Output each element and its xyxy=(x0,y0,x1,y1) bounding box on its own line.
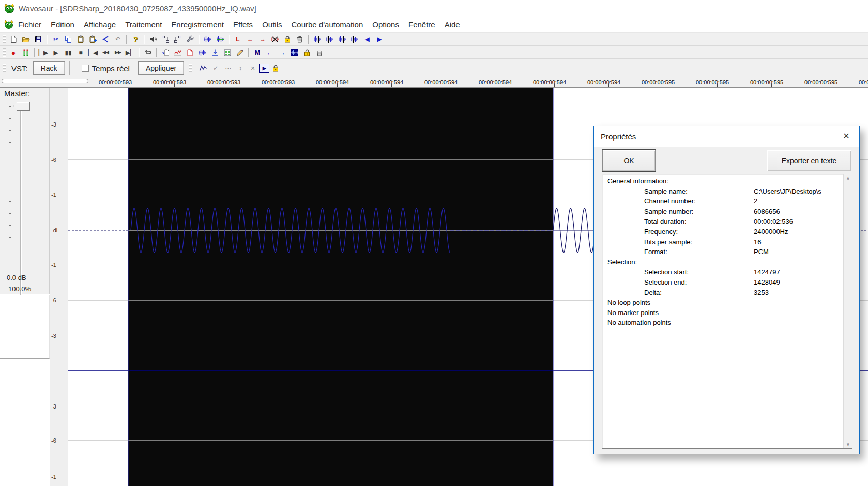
automation-play-button[interactable]: ▶ xyxy=(259,64,269,73)
interpolate-button[interactable] xyxy=(209,47,221,58)
paste-special-button[interactable] xyxy=(87,34,99,44)
loop-mode-button[interactable] xyxy=(142,47,154,58)
paste-button[interactable] xyxy=(74,34,87,44)
spectral-doc-button[interactable] xyxy=(184,47,196,58)
zoom-selection-button[interactable] xyxy=(311,34,324,44)
help-button[interactable]: ? xyxy=(129,34,142,44)
open-file-button[interactable] xyxy=(20,34,32,44)
crop-selection-button[interactable] xyxy=(99,34,112,44)
dialog-title-bar[interactable]: Propriétés xyxy=(594,126,859,147)
vst-rack-button[interactable]: Rack xyxy=(33,61,65,75)
close-icon[interactable]: ✕ xyxy=(839,129,854,143)
info-row: Sample number:6086656 xyxy=(602,208,837,218)
vst-routing-button[interactable] xyxy=(159,34,172,44)
insert-doc-icon xyxy=(161,49,170,57)
zoom-out-button[interactable] xyxy=(336,34,348,44)
loop-point-left-button[interactable]: ← xyxy=(244,34,256,44)
play-button[interactable]: ▶ xyxy=(50,47,62,58)
menu-enregistrement[interactable]: Enregistrement xyxy=(166,18,229,31)
go-to-end-button[interactable]: ▶▏ xyxy=(124,47,136,58)
marker-delete-button[interactable] xyxy=(313,47,326,58)
paste-wave-button[interactable] xyxy=(202,34,214,44)
menu-aide[interactable]: Aide xyxy=(440,18,465,31)
undo-icon: ↶ xyxy=(115,36,120,42)
sample-table-button[interactable] xyxy=(221,47,234,58)
scroll-down-icon[interactable]: ∨ xyxy=(844,440,852,448)
timeline-ruler[interactable]: 00:00:00:593 00:00:00:593 00:00:00:593 0… xyxy=(0,77,868,88)
marker-set-button[interactable]: M xyxy=(251,47,264,58)
menu-courbe-automation[interactable]: Courbe d'automation xyxy=(286,18,368,31)
insert-file-button[interactable] xyxy=(159,47,172,58)
menu-fichier[interactable]: Fichier xyxy=(13,18,46,31)
loop-points-clear-button[interactable] xyxy=(269,34,281,44)
vst-routing-alt-button[interactable] xyxy=(172,34,184,44)
menu-edition[interactable]: Edition xyxy=(46,18,79,31)
copy-wave-button[interactable] xyxy=(214,34,226,44)
automation-scale-button[interactable]: ↕ xyxy=(234,63,247,74)
marker-next-button[interactable]: → xyxy=(276,47,288,58)
routing-icon xyxy=(161,35,170,43)
stop-button[interactable]: ■ xyxy=(74,47,87,58)
go-to-start-button[interactable]: ▏◀ xyxy=(87,47,99,58)
record-button[interactable]: ● xyxy=(7,47,20,58)
statistics-button[interactable] xyxy=(172,47,184,58)
master-slider-track[interactable] xyxy=(20,103,22,298)
resample-button[interactable] xyxy=(196,47,209,58)
copy-button[interactable] xyxy=(62,34,74,44)
level-meter-button[interactable] xyxy=(20,47,32,58)
realtime-checkbox[interactable] xyxy=(82,65,89,72)
automation-points-button[interactable]: ⋯ xyxy=(222,63,234,74)
document-icon[interactable] xyxy=(4,20,13,29)
zoom-in-button[interactable] xyxy=(324,34,336,44)
automation-delete-button[interactable]: × xyxy=(247,63,259,74)
loop-point-right-button[interactable]: → xyxy=(256,34,269,44)
go-previous-view-button[interactable]: ◀ xyxy=(361,34,373,44)
toolbar-grip[interactable] xyxy=(3,35,6,44)
vst-apply-button[interactable]: Appliquer xyxy=(138,61,184,75)
scissors-icon: ✂ xyxy=(53,36,58,42)
ok-button[interactable]: OK xyxy=(602,150,656,171)
automation-curve-button[interactable] xyxy=(197,63,209,74)
info-row: Selection end:1428049 xyxy=(602,278,837,289)
menu-traitement[interactable]: Traitement xyxy=(120,18,166,31)
go-next-view-button[interactable]: ▶ xyxy=(373,34,386,44)
zoom-all-button[interactable] xyxy=(348,34,361,44)
toolbar-separator xyxy=(248,48,249,57)
marker-selection-button[interactable] xyxy=(288,47,301,58)
menu-effets[interactable]: Effets xyxy=(229,18,257,31)
fast-forward-button[interactable]: ▶▶ xyxy=(112,47,124,58)
toolbar-grip[interactable] xyxy=(3,64,6,73)
playback-device-button[interactable] xyxy=(147,34,159,44)
marker-previous-button[interactable]: ← xyxy=(264,47,276,58)
scrollbar[interactable]: ∧ ∨ xyxy=(843,174,852,448)
cut-button[interactable]: ✂ xyxy=(50,34,62,44)
loop-point-set-button[interactable]: L xyxy=(232,34,244,44)
toolbar-separator xyxy=(126,35,127,44)
draw-pencil-button[interactable] xyxy=(234,47,246,58)
menu-outils[interactable]: Outils xyxy=(257,18,286,31)
play-from-cursor-button[interactable]: ▏▶ xyxy=(37,47,50,58)
pause-button[interactable]: ▮▮ xyxy=(62,47,74,58)
loop-delete-button[interactable] xyxy=(294,34,306,44)
master-slider-thumb[interactable] xyxy=(13,102,30,111)
new-file-button[interactable] xyxy=(7,34,20,44)
stop-icon: ■ xyxy=(79,50,82,56)
menu-options[interactable]: Options xyxy=(368,18,404,31)
automation-lock-button[interactable] xyxy=(269,63,282,74)
dots-icon: ⋯ xyxy=(225,65,231,71)
save-file-button[interactable] xyxy=(32,34,44,44)
loop-lock-button[interactable] xyxy=(281,34,294,44)
rewind-button[interactable]: ◀◀ xyxy=(99,47,112,58)
title-bar: Wavosaur - [SDRSharp_20180430_072508Z_43… xyxy=(0,0,868,17)
toolbar-grip[interactable] xyxy=(3,48,6,57)
automation-apply-button[interactable]: ✓ xyxy=(209,63,222,74)
settings-button[interactable] xyxy=(184,34,196,44)
marker-lock-button[interactable] xyxy=(301,47,313,58)
export-text-button[interactable]: Exporter en texte xyxy=(767,150,851,171)
menu-fenetre[interactable]: Fenêtre xyxy=(404,18,440,31)
seek-bar[interactable] xyxy=(2,79,88,83)
undo-button[interactable]: ↶ xyxy=(112,34,124,44)
scroll-up-icon[interactable]: ∧ xyxy=(844,174,852,183)
menu-affichage[interactable]: Affichage xyxy=(79,18,120,31)
toolbar-grip[interactable] xyxy=(189,64,192,73)
